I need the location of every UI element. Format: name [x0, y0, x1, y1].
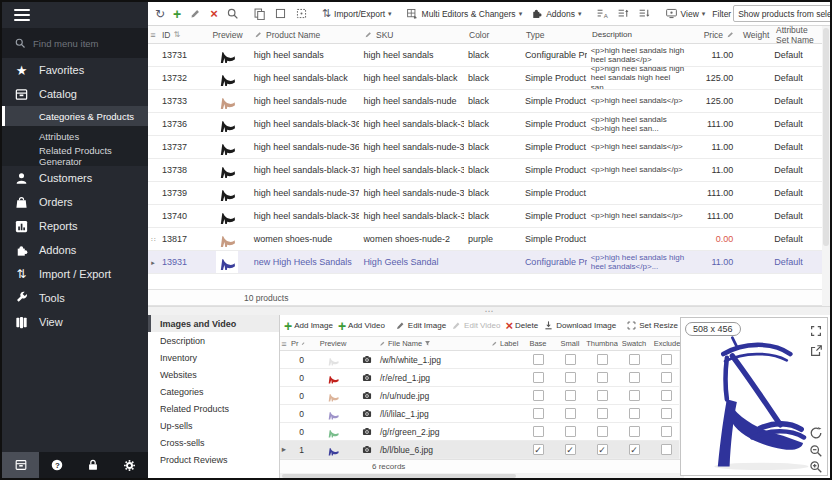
row-handle[interactable]	[280, 387, 288, 404]
sort-az-button[interactable]	[593, 4, 612, 24]
column-header-type[interactable]: Type	[522, 26, 588, 43]
base-checkbox[interactable]	[533, 408, 544, 419]
row-handle[interactable]	[148, 251, 158, 273]
add-product-button[interactable]	[170, 4, 184, 24]
swatch-checkbox[interactable]	[629, 372, 640, 383]
copy-button[interactable]	[250, 4, 269, 24]
row-handle[interactable]	[148, 182, 158, 204]
sort-desc-button[interactable]	[635, 4, 654, 24]
small-checkbox[interactable]	[565, 390, 576, 401]
zoom-in-icon[interactable]	[809, 460, 823, 474]
swatch-checkbox[interactable]	[629, 426, 640, 437]
column-chooser[interactable]	[148, 26, 158, 43]
cell-camera[interactable]	[358, 405, 376, 422]
import-export-menu[interactable]: Import/Export	[319, 4, 395, 24]
edit-image-button[interactable]: Edit Image	[393, 316, 448, 336]
cell-camera[interactable]	[358, 369, 376, 386]
exclude-checkbox[interactable]	[661, 408, 672, 419]
product-row[interactable]: 13732 high heel sandals-black high heel …	[148, 67, 822, 90]
cell-preview[interactable]	[205, 90, 250, 112]
sidebar-item-catalog[interactable]: Catalog	[2, 82, 148, 106]
image-row[interactable]: 0 /w/h/white_1.jpg	[280, 351, 684, 369]
view-menu[interactable]: View	[662, 4, 709, 24]
row-handle[interactable]	[148, 44, 158, 66]
small-checkbox[interactable]	[565, 372, 576, 383]
thumbnail-checkbox[interactable]	[597, 390, 608, 401]
base-checkbox[interactable]	[533, 426, 544, 437]
column-header-priority[interactable]: Pr	[288, 337, 308, 350]
row-handle[interactable]	[280, 405, 288, 422]
sidebar-item-addons[interactable]: Addons	[2, 238, 148, 262]
cell-preview[interactable]	[308, 387, 358, 404]
column-header-product-name[interactable]: Product Name	[250, 26, 360, 43]
cell-camera[interactable]	[358, 423, 376, 440]
thumbnail-checkbox[interactable]	[597, 408, 608, 419]
rotate-icon[interactable]	[809, 426, 823, 440]
product-row[interactable]: 13931 new High Heels Sandals High Geels …	[148, 251, 822, 274]
cell-preview[interactable]	[308, 369, 358, 386]
edit-product-button[interactable]	[186, 4, 205, 24]
column-header-exclude[interactable]: Exclude	[650, 337, 682, 350]
row-handle[interactable]	[280, 423, 288, 440]
exclude-checkbox[interactable]	[661, 354, 672, 365]
row-handle[interactable]	[148, 113, 158, 135]
exclude-checkbox[interactable]	[661, 444, 672, 455]
exclude-checkbox[interactable]	[661, 426, 672, 437]
swatch-checkbox[interactable]	[629, 354, 640, 365]
small-checkbox[interactable]	[565, 354, 576, 365]
add-video-button[interactable]: Add Video	[336, 316, 387, 336]
cell-preview[interactable]	[205, 182, 250, 204]
filter-select[interactable]: Show products from selected categories	[733, 5, 830, 22]
multi-editors-menu[interactable]: Multi Editors & Changers	[403, 4, 526, 24]
swatch-checkbox[interactable]	[629, 408, 640, 419]
cell-preview[interactable]	[205, 159, 250, 181]
detail-tab[interactable]: Product Reviews	[148, 451, 279, 468]
sidebar-item-categories-products[interactable]: Categories & Products	[2, 106, 148, 126]
row-handle[interactable]	[148, 159, 158, 181]
column-header-weight[interactable]: Weight	[739, 26, 772, 43]
column-header-sku[interactable]: SKU	[360, 26, 465, 43]
sidebar-item-related-products-generator[interactable]: Related Products Generator	[2, 146, 148, 166]
cell-preview[interactable]	[308, 351, 358, 368]
cell-preview[interactable]	[205, 205, 250, 227]
detail-tab[interactable]: Description	[148, 332, 279, 349]
product-row[interactable]: 13739 high heel sandals-nude-37 high hee…	[148, 182, 822, 205]
detail-tab[interactable]: Cross-sells	[148, 434, 279, 451]
cell-preview[interactable]	[205, 113, 250, 135]
sidebar-item-view[interactable]: View	[2, 310, 148, 334]
detail-tab[interactable]: Related Products	[148, 400, 279, 417]
small-checkbox[interactable]	[565, 408, 576, 419]
product-row[interactable]: 13737 high heel sandals-nude-36 high hee…	[148, 136, 822, 159]
open-external-icon[interactable]	[809, 344, 823, 358]
image-row[interactable]: 0 /n/u/nude.jpg	[280, 387, 684, 405]
column-header-id[interactable]: ID	[158, 26, 205, 43]
detail-tab[interactable]: Images and Video	[148, 315, 279, 332]
row-handle[interactable]	[280, 351, 288, 368]
delete-image-button[interactable]: Delete	[503, 316, 540, 336]
column-header-description[interactable]: Description	[588, 26, 692, 43]
detail-tab[interactable]: Categories	[148, 383, 279, 400]
sidebar-item-import-export[interactable]: Import / Export	[2, 262, 148, 286]
store-button[interactable]	[2, 452, 39, 478]
column-header-preview[interactable]: Preview	[308, 337, 358, 350]
column-header-file-name[interactable]: File Name	[376, 337, 488, 350]
menu-toggle-button[interactable]	[2, 2, 148, 28]
addons-menu[interactable]: Addons	[527, 4, 584, 24]
small-checkbox[interactable]	[565, 426, 576, 437]
exclude-checkbox[interactable]	[661, 390, 672, 401]
paste-button[interactable]	[292, 4, 311, 24]
base-checkbox[interactable]	[533, 372, 544, 383]
column-header-label[interactable]: Label	[488, 337, 522, 350]
set-resize-rule-button[interactable]: Set Resize Rule	[624, 316, 684, 336]
scrollbar-thumb[interactable]	[282, 474, 516, 478]
column-header-preview[interactable]: Preview	[205, 26, 250, 43]
exclude-checkbox[interactable]	[661, 372, 672, 383]
cell-preview[interactable]	[205, 67, 250, 89]
cell-camera[interactable]	[358, 387, 376, 404]
product-row[interactable]: 13733 high heel sandals-nude high heel s…	[148, 90, 822, 113]
image-row[interactable]: 1 /b/l/blue_6.jpg	[280, 441, 684, 459]
grid-vertical-scrollbar[interactable]	[822, 26, 830, 306]
image-row[interactable]: 0 /r/e/red_1.jpg	[280, 369, 684, 387]
base-checkbox[interactable]	[533, 354, 544, 365]
fit-screen-icon[interactable]	[809, 324, 823, 338]
